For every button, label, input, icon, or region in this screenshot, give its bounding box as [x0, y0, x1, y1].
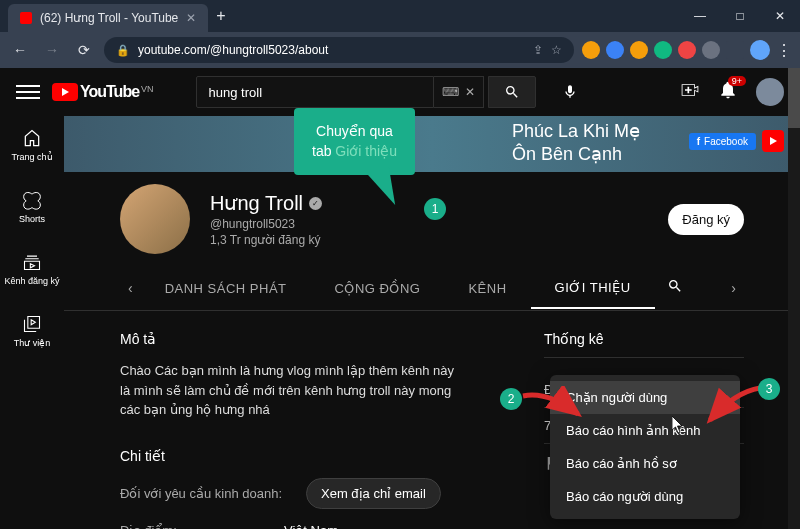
- search-button[interactable]: [488, 76, 536, 108]
- menu-item-report-profile-pic[interactable]: Báo cáo ảnh hồ sơ: [550, 447, 740, 480]
- nav-reload-button[interactable]: ⟳: [72, 38, 96, 62]
- youtube-region: VN: [141, 84, 154, 94]
- shorts-icon: [22, 190, 42, 210]
- channel-tabs: ‹ DANH SÁCH PHÁT CỘNG ĐỒNG KÊNH GIỚI THI…: [64, 266, 800, 311]
- youtube-logo-text: YouTube: [80, 83, 139, 101]
- bookmark-icon[interactable]: ☆: [551, 43, 562, 57]
- create-icon: [680, 80, 700, 100]
- extension-icon[interactable]: [678, 41, 696, 59]
- tab-channels[interactable]: KÊNH: [444, 269, 530, 308]
- stats-heading: Thống kê: [544, 331, 744, 358]
- keyboard-icon[interactable]: ⌨: [442, 85, 459, 99]
- annotation-badge-2: 2: [500, 388, 522, 410]
- annotation-tooltip: Chuyển qua tab Giới thiệu: [294, 108, 415, 175]
- scrollbar-thumb[interactable]: [788, 68, 800, 128]
- voice-search-button[interactable]: [554, 76, 586, 108]
- browser-toolbar: ← → ⟳ 🔒 youtube.com/@hungtroll5023/about…: [0, 32, 800, 68]
- sidebar-label: Shorts: [19, 214, 45, 224]
- location-value: Việt Nam: [284, 523, 338, 530]
- extension-icon[interactable]: [702, 41, 720, 59]
- window-close[interactable]: ✕: [760, 0, 800, 32]
- extension-icon[interactable]: [606, 41, 624, 59]
- verified-badge-icon: ✓: [309, 197, 322, 210]
- notifications-button[interactable]: 9+: [718, 80, 738, 104]
- sidebar-label: Trang chủ: [11, 152, 52, 162]
- window-minimize[interactable]: —: [680, 0, 720, 32]
- youtube-favicon: [20, 12, 32, 24]
- search-container: ⌨ ✕: [196, 76, 536, 108]
- search-clear-icon[interactable]: ✕: [465, 85, 475, 99]
- banner-facebook-link[interactable]: fFacebook: [689, 133, 756, 150]
- tabs-scroll-left[interactable]: ‹: [120, 280, 141, 296]
- extension-icons: ⋮: [582, 40, 792, 60]
- browser-menu-icon[interactable]: ⋮: [776, 41, 792, 60]
- sidebar-item-home[interactable]: Trang chủ: [0, 124, 64, 166]
- tab-close-icon[interactable]: ✕: [186, 11, 196, 25]
- tab-community[interactable]: CỘNG ĐỒNG: [311, 269, 445, 308]
- business-label: Đối với yêu cầu kinh doanh:: [120, 486, 282, 501]
- banner-youtube-link[interactable]: [762, 130, 784, 152]
- browser-tab[interactable]: (62) Hưng Troll - YouTube ✕: [8, 4, 208, 32]
- search-input[interactable]: [196, 76, 434, 108]
- annotation-badge-3: 3: [758, 378, 780, 400]
- sidebar: Trang chủ Shorts Kênh đăng ký Thư viện: [0, 116, 64, 529]
- youtube-logo[interactable]: YouTube VN: [52, 83, 154, 101]
- cursor-icon: [672, 416, 686, 434]
- channel-avatar[interactable]: [120, 184, 190, 254]
- menu-item-report-user[interactable]: Báo cáo người dùng: [550, 480, 740, 513]
- tab-playlists[interactable]: DANH SÁCH PHÁT: [141, 269, 311, 308]
- sidebar-item-subscriptions[interactable]: Kênh đăng ký: [0, 248, 64, 290]
- search-icon: [504, 84, 520, 100]
- window-controls: — □ ✕: [680, 0, 800, 32]
- tabs-scroll-right[interactable]: ›: [723, 280, 744, 296]
- channel-banner[interactable]: Phúc La Khi Mẹ Ôn Bên Cạnh fFacebook: [64, 116, 800, 172]
- annotation-badge-1: 1: [424, 198, 446, 220]
- banner-text: Phúc La Khi Mẹ Ôn Bên Cạnh: [512, 120, 640, 167]
- home-icon: [22, 128, 42, 148]
- view-email-button[interactable]: Xem địa chỉ email: [306, 478, 441, 509]
- address-bar[interactable]: 🔒 youtube.com/@hungtroll5023/about ⇪ ☆: [104, 37, 574, 63]
- description-text: Chào Các bạn mình là hưng vlog mình lập …: [120, 361, 464, 420]
- extension-icon[interactable]: [726, 41, 744, 59]
- lock-icon: 🔒: [116, 44, 130, 57]
- url-text: youtube.com/@hungtroll5023/about: [138, 43, 328, 57]
- library-icon: [22, 314, 42, 334]
- description-heading: Mô tả: [120, 331, 464, 347]
- tab-search-icon[interactable]: [655, 266, 695, 310]
- scrollbar[interactable]: [788, 68, 800, 529]
- user-avatar[interactable]: [756, 78, 784, 106]
- extension-icon[interactable]: [582, 41, 600, 59]
- location-label: Địa điểm:: [120, 523, 260, 530]
- microphone-icon: [562, 84, 578, 100]
- sidebar-label: Kênh đăng ký: [4, 276, 59, 286]
- hamburger-menu-icon[interactable]: [16, 80, 40, 104]
- channel-handle: @hungtroll5023: [210, 217, 648, 231]
- create-button[interactable]: [680, 80, 700, 104]
- window-maximize[interactable]: □: [720, 0, 760, 32]
- sidebar-label: Thư viện: [14, 338, 51, 348]
- channel-subscribers: 1,3 Tr người đăng ký: [210, 233, 648, 247]
- extension-icon[interactable]: [630, 41, 648, 59]
- subscriptions-icon: [22, 252, 42, 272]
- nav-forward-button[interactable]: →: [40, 38, 64, 62]
- youtube-play-icon: [52, 83, 78, 101]
- browser-titlebar: (62) Hưng Troll - YouTube ✕ + — □ ✕: [0, 0, 800, 32]
- sidebar-item-library[interactable]: Thư viện: [0, 310, 64, 352]
- share-icon[interactable]: ⇪: [533, 43, 543, 57]
- notification-badge: 9+: [728, 76, 746, 86]
- browser-profile-avatar[interactable]: [750, 40, 770, 60]
- extension-icon[interactable]: [654, 41, 672, 59]
- subscribe-button[interactable]: Đăng ký: [668, 204, 744, 235]
- details-heading: Chi tiết: [120, 448, 464, 464]
- main-content: Phúc La Khi Mẹ Ôn Bên Cạnh fFacebook Hưn…: [64, 116, 800, 529]
- annotation-arrow-2: [518, 386, 588, 426]
- tab-about[interactable]: GIỚI THIỆU: [531, 268, 655, 309]
- new-tab-button[interactable]: +: [216, 7, 225, 25]
- nav-back-button[interactable]: ←: [8, 38, 32, 62]
- tab-title: (62) Hưng Troll - YouTube: [40, 11, 178, 25]
- sidebar-item-shorts[interactable]: Shorts: [0, 186, 64, 228]
